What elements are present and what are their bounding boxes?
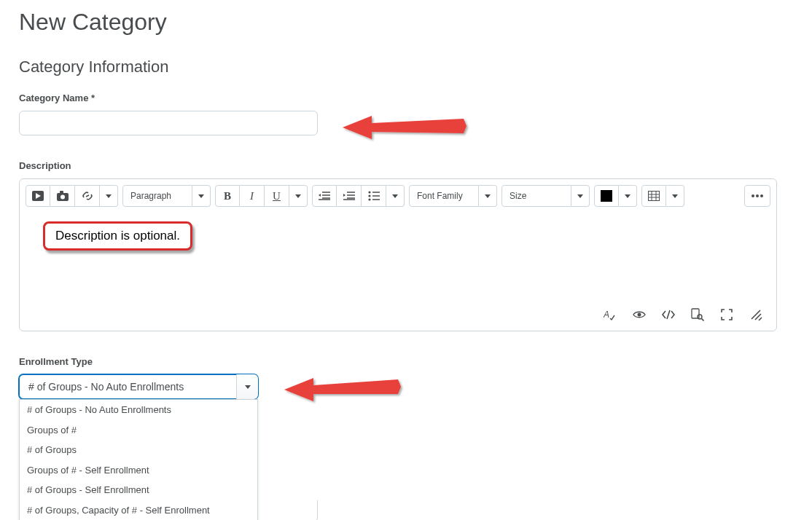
enrollment-option[interactable]: # of Groups, Capacity of # - Self Enroll… bbox=[20, 500, 257, 521]
enrollment-option[interactable]: # of Groups - No Auto Enrollments bbox=[20, 400, 257, 420]
svg-marker-7 bbox=[343, 194, 346, 197]
svg-point-16 bbox=[638, 313, 641, 317]
bold-button[interactable]: B bbox=[215, 185, 240, 207]
color-swatch-icon bbox=[601, 190, 612, 202]
html-source-button[interactable] bbox=[661, 307, 676, 322]
indent-icon bbox=[343, 191, 355, 201]
list-icon bbox=[368, 191, 380, 201]
search-doc-icon bbox=[691, 308, 704, 321]
enrollment-type-label: Enrollment Type bbox=[19, 356, 793, 367]
arrow-annotation-1 bbox=[340, 107, 471, 148]
svg-point-12 bbox=[752, 194, 754, 197]
page-title: New Category bbox=[19, 9, 793, 36]
enrollment-option[interactable]: # of Groups bbox=[20, 440, 257, 460]
svg-point-10 bbox=[368, 198, 370, 200]
find-replace-button[interactable] bbox=[690, 307, 705, 322]
text-color-dropdown-button[interactable] bbox=[619, 185, 637, 207]
table-dropdown-button[interactable] bbox=[666, 185, 684, 207]
description-optional-callout: Description is optional. bbox=[43, 221, 192, 251]
font-size-select[interactable]: Size bbox=[501, 185, 571, 207]
svg-marker-6 bbox=[319, 194, 321, 197]
text-style-more-button[interactable] bbox=[289, 185, 308, 207]
fullscreen-button[interactable] bbox=[719, 307, 734, 322]
expand-icon bbox=[720, 308, 733, 321]
more-actions-button[interactable] bbox=[744, 185, 770, 207]
svg-point-14 bbox=[760, 194, 763, 197]
enrollment-selected-value: # of Groups - No Auto Enrollments bbox=[28, 381, 184, 393]
paragraph-dropdown-button[interactable] bbox=[192, 185, 211, 207]
svg-marker-19 bbox=[284, 378, 401, 401]
chevron-down-icon bbox=[485, 194, 491, 198]
editor-content-area[interactable]: Description is optional. bbox=[20, 207, 776, 302]
select-toggle-button[interactable] bbox=[236, 374, 258, 399]
editor-toolbar: Paragraph B I U bbox=[20, 179, 776, 207]
editor-footer: A bbox=[20, 302, 776, 331]
insert-link-button[interactable] bbox=[75, 185, 100, 207]
chevron-down-icon bbox=[625, 194, 631, 198]
category-name-label: Category Name * bbox=[19, 92, 793, 103]
chevron-down-icon bbox=[672, 194, 678, 198]
underline-button[interactable]: U bbox=[265, 185, 289, 207]
preview-button[interactable] bbox=[632, 307, 647, 322]
link-icon bbox=[82, 191, 93, 201]
svg-point-13 bbox=[756, 194, 759, 197]
insert-more-button[interactable] bbox=[100, 185, 118, 207]
svg-rect-5 bbox=[60, 191, 63, 194]
eye-icon bbox=[632, 310, 647, 320]
table-icon bbox=[648, 191, 660, 201]
svg-rect-11 bbox=[649, 192, 660, 201]
svg-text:A: A bbox=[604, 310, 609, 320]
bullet-list-button[interactable] bbox=[362, 185, 386, 207]
rich-text-editor: Paragraph B I U bbox=[19, 178, 777, 331]
chevron-down-icon bbox=[295, 194, 301, 198]
insert-image-button[interactable] bbox=[50, 185, 75, 207]
play-icon bbox=[32, 191, 44, 201]
list-more-button[interactable] bbox=[386, 185, 405, 207]
chevron-down-icon bbox=[577, 194, 583, 198]
paragraph-select[interactable]: Paragraph bbox=[122, 185, 192, 207]
accessibility-checker-button[interactable]: A bbox=[603, 307, 617, 322]
enrollment-option[interactable]: # of Groups - Self Enrollment bbox=[20, 480, 257, 500]
text-color-button[interactable] bbox=[594, 185, 619, 207]
insert-media-button[interactable] bbox=[26, 185, 50, 207]
svg-marker-0 bbox=[343, 116, 466, 139]
svg-point-9 bbox=[368, 194, 370, 197]
resize-icon bbox=[749, 308, 762, 321]
description-label: Description bbox=[19, 160, 793, 171]
svg-point-4 bbox=[60, 195, 65, 200]
code-icon bbox=[661, 310, 676, 320]
category-name-input[interactable] bbox=[19, 111, 318, 135]
font-size-dropdown-button[interactable] bbox=[571, 185, 590, 207]
enrollment-option[interactable]: Groups of # bbox=[20, 420, 257, 441]
indent-button[interactable] bbox=[337, 185, 362, 207]
camera-icon bbox=[57, 191, 69, 201]
insert-table-button[interactable] bbox=[641, 185, 666, 207]
outdent-icon bbox=[319, 191, 330, 201]
section-title: Category Information bbox=[19, 58, 793, 76]
enrollment-option[interactable]: Groups of # - Self Enrollment bbox=[20, 460, 257, 481]
chevron-down-icon bbox=[106, 194, 112, 198]
ellipsis-icon bbox=[751, 194, 764, 198]
chevron-down-icon bbox=[392, 194, 398, 198]
svg-point-8 bbox=[368, 191, 370, 193]
resize-handle[interactable] bbox=[749, 307, 763, 322]
chevron-down-icon bbox=[198, 194, 204, 198]
italic-button[interactable]: I bbox=[240, 185, 265, 207]
a-check-icon: A bbox=[604, 308, 617, 321]
outdent-button[interactable] bbox=[312, 185, 337, 207]
enrollment-type-select[interactable]: # of Groups - No Auto Enrollments bbox=[19, 374, 258, 399]
chevron-down-icon bbox=[245, 385, 251, 389]
svg-point-18 bbox=[698, 315, 702, 319]
font-family-dropdown-button[interactable] bbox=[479, 185, 497, 207]
enrollment-type-dropdown: # of Groups - No Auto EnrollmentsGroups … bbox=[19, 399, 258, 520]
font-family-select[interactable]: Font Family bbox=[409, 185, 479, 207]
